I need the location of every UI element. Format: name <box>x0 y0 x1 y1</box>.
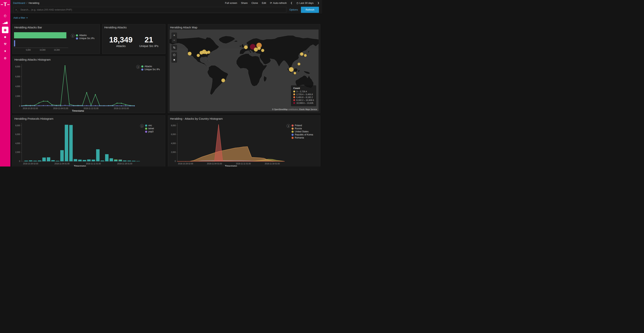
legend-collapse-icon[interactable]: ❯ <box>136 65 140 69</box>
point[interactable] <box>21 106 22 107</box>
legend-item[interactable]: Attacks <box>76 34 94 37</box>
time-range-picker[interactable]: ◷Last 30 days <box>296 2 314 5</box>
bar-vnc[interactable] <box>82 160 86 161</box>
telekom-logo[interactable]: T <box>1 2 10 7</box>
bar-vnc[interactable] <box>42 157 46 161</box>
attack-marker[interactable] <box>298 63 300 65</box>
attack-marker[interactable] <box>258 47 261 50</box>
bar-vnc[interactable] <box>87 159 91 161</box>
map-rectangle-tool-icon[interactable] <box>172 57 177 62</box>
attacks-histogram-chart[interactable]: 02,0004,0006,0008,0002018-10-28 02:00201… <box>12 62 136 112</box>
bar-vnc[interactable] <box>92 160 95 161</box>
legend-collapse-icon[interactable]: ❯ <box>71 34 74 38</box>
point[interactable] <box>69 104 70 105</box>
attack-marker[interactable] <box>254 48 258 51</box>
legend-item[interactable]: pop3 <box>145 130 154 133</box>
point[interactable] <box>125 105 126 106</box>
point[interactable] <box>90 105 92 106</box>
sidebar-item-spy[interactable]: ☻ <box>0 33 10 41</box>
panel-title[interactable]: Heralding - Attacks by Country Histogram <box>168 116 320 121</box>
bar-vnc[interactable] <box>96 149 100 161</box>
point[interactable] <box>43 105 44 106</box>
auto-refresh-button[interactable]: ⟳Auto-refresh <box>270 2 286 5</box>
point[interactable] <box>116 103 118 104</box>
legend-item[interactable]: Romania <box>292 136 313 139</box>
attack-marker[interactable] <box>188 52 192 56</box>
bar-vnc[interactable] <box>29 160 32 161</box>
panel-title[interactable]: Heralding Attacks Bar <box>12 24 100 30</box>
point[interactable] <box>121 105 122 106</box>
map-polygon-tool-icon[interactable] <box>172 52 177 57</box>
bar-vnc[interactable] <box>136 161 140 161</box>
point[interactable] <box>125 104 126 105</box>
attack-marker[interactable] <box>197 54 200 57</box>
edit-button[interactable]: Edit <box>262 2 266 5</box>
point[interactable] <box>47 101 48 102</box>
bar-vnc[interactable] <box>69 125 73 161</box>
bar-vnc[interactable] <box>105 154 108 161</box>
attack-marker[interactable] <box>244 46 248 49</box>
bar-vnc[interactable] <box>114 160 118 161</box>
point[interactable] <box>95 105 96 106</box>
point[interactable] <box>99 105 100 106</box>
map-zoom-in-button[interactable]: + <box>172 33 177 38</box>
point[interactable] <box>34 105 35 106</box>
attack-marker[interactable] <box>289 67 294 72</box>
point[interactable] <box>56 105 57 106</box>
point[interactable] <box>86 105 87 106</box>
options-link[interactable]: Options <box>290 8 298 11</box>
world-attack-map[interactable]: + − Count <box>170 30 318 111</box>
osm-link[interactable]: © OpenStreetMap <box>272 108 288 111</box>
search-input[interactable] <box>20 8 284 11</box>
bar-vnc[interactable] <box>51 160 55 161</box>
sidebar-item-gear[interactable]: ⚙ <box>0 55 10 62</box>
attack-marker[interactable] <box>300 52 304 56</box>
point[interactable] <box>52 105 52 106</box>
panel-title[interactable]: Heralding Attack Map <box>168 24 320 30</box>
sidebar-item-bar-chart[interactable]: ▂▅▇ <box>0 19 10 26</box>
point[interactable] <box>86 92 87 93</box>
line-Attacks[interactable] <box>22 66 134 106</box>
bar-vnc[interactable] <box>38 161 42 161</box>
point[interactable] <box>82 105 83 106</box>
point[interactable] <box>134 106 135 107</box>
bar-vnc[interactable] <box>24 161 28 161</box>
point[interactable] <box>78 105 78 106</box>
bar-pop3[interactable] <box>118 160 122 160</box>
sidebar-item-gauge[interactable]: ◴ <box>0 12 10 19</box>
bar-vnc[interactable] <box>132 161 136 161</box>
bar-vnc[interactable] <box>123 161 126 161</box>
attack-marker[interactable] <box>294 72 296 74</box>
bar-vnc[interactable] <box>60 150 64 161</box>
point[interactable] <box>38 105 40 106</box>
time-forward-chevron-icon[interactable]: ❯ <box>318 2 319 4</box>
clone-button[interactable]: Clone <box>252 2 258 5</box>
point[interactable] <box>130 106 130 107</box>
point[interactable] <box>47 105 48 106</box>
point[interactable] <box>52 104 52 105</box>
legend-item[interactable]: vnc <box>145 124 154 127</box>
legend-item[interactable]: telnet <box>145 127 154 130</box>
attack-marker[interactable] <box>222 79 225 82</box>
sidebar-item-wrench[interactable]: ⚒ <box>0 41 10 48</box>
legend-collapse-icon[interactable]: ❯ <box>286 124 290 128</box>
bar-vnc[interactable] <box>118 160 122 161</box>
hbar-Unique Src IPs[interactable] <box>14 40 15 47</box>
legend-item[interactable]: Republic of Korea <box>292 133 313 136</box>
point[interactable] <box>112 105 113 106</box>
legend-item[interactable]: Unique Src IPs <box>76 37 94 40</box>
point[interactable] <box>30 105 31 106</box>
refresh-button[interactable]: Refresh <box>301 7 319 13</box>
bar-vnc[interactable] <box>74 159 77 161</box>
hbar-Attacks[interactable] <box>14 32 66 38</box>
country-histogram-chart[interactable]: 02,0004,0006,0008,0002018-10-28 02:00201… <box>168 121 286 167</box>
add-filter-link[interactable]: Add a filter+ <box>14 16 28 19</box>
point[interactable] <box>116 105 118 106</box>
point[interactable] <box>95 94 96 95</box>
map-fit-bounds-icon[interactable] <box>172 45 177 50</box>
time-back-chevron-icon[interactable]: ❮ <box>290 2 292 4</box>
point[interactable] <box>26 105 26 106</box>
breadcrumb-dashboard-link[interactable]: Dashboard <box>13 2 25 5</box>
panel-title[interactable]: Heralding Attacks <box>102 24 165 30</box>
point[interactable] <box>60 105 61 106</box>
